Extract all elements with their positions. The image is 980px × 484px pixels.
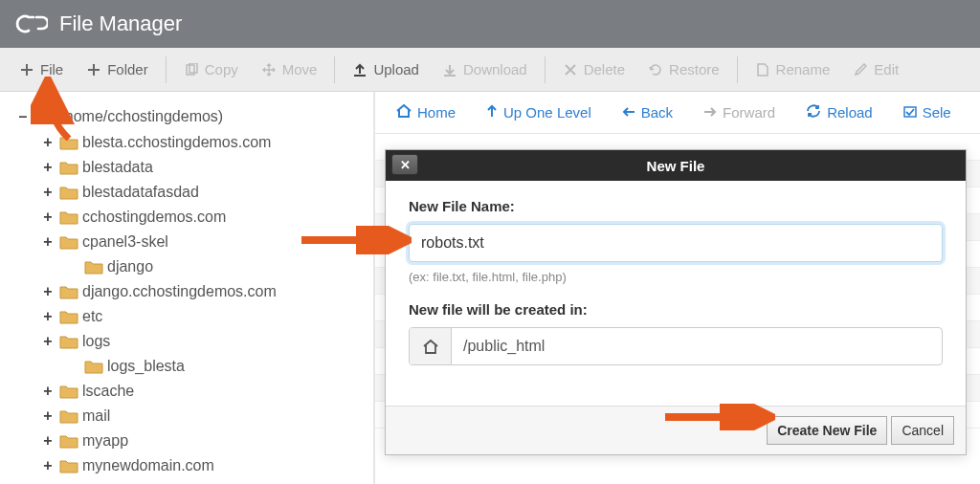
file-icon (755, 62, 770, 77)
folder-icon (59, 234, 78, 250)
expand-icon[interactable]: + (40, 134, 56, 151)
tree-item-label: django (107, 258, 153, 275)
path-group: /public_html (409, 327, 943, 365)
tree-item-label: logs (82, 333, 110, 350)
expand-icon[interactable]: + (40, 432, 56, 450)
check-icon (903, 104, 917, 121)
expand-icon[interactable]: + (40, 184, 56, 201)
folder-icon (84, 359, 103, 374)
app-header: File Manager (0, 0, 980, 48)
tree-item[interactable]: +logs (15, 329, 366, 354)
separator (334, 56, 335, 83)
tree-item-label: logs_blesta (107, 358, 185, 375)
nav-select-label: Sele (923, 104, 951, 121)
edit-label: Edit (874, 61, 899, 77)
home-icon (34, 107, 52, 126)
delete-icon (563, 62, 578, 77)
expand-icon[interactable]: + (40, 308, 56, 325)
tree-item-label: django.cchostingdemos.com (82, 283, 277, 300)
folder-icon (59, 458, 78, 473)
plus-icon (86, 62, 101, 77)
download-label: Download (463, 61, 527, 77)
nav-back-button[interactable]: Back (609, 99, 686, 126)
expand-icon[interactable]: + (40, 383, 56, 400)
copy-label: Copy (205, 61, 238, 77)
download-button[interactable]: Download (431, 55, 539, 83)
nav-forward-button[interactable]: Forward (690, 99, 789, 126)
restore-label: Restore (669, 61, 720, 77)
nav-reload-button[interactable]: Reload (792, 99, 886, 126)
dialog-body: New File Name: (ex: file.txt, file.html,… (386, 181, 966, 369)
expand-icon[interactable]: + (40, 233, 56, 251)
new-folder-button[interactable]: Folder (75, 55, 160, 83)
cancel-button[interactable]: Cancel (891, 416, 954, 445)
restore-button[interactable]: Restore (636, 55, 731, 83)
expand-icon[interactable]: + (40, 159, 56, 176)
nav-back-label: Back (641, 104, 673, 121)
delete-button[interactable]: Delete (551, 55, 636, 83)
folder-icon (59, 284, 78, 299)
tree-item[interactable]: +blestadatafasdad (15, 180, 366, 205)
tree-item[interactable]: +logs_blesta (15, 354, 366, 379)
new-file-button[interactable]: File (8, 55, 75, 83)
tree-item[interactable]: +cchostingdemos.com (15, 205, 366, 230)
tree-item[interactable]: +mynewdomain.com (15, 453, 366, 478)
dialog-title: New File (647, 158, 705, 174)
edit-button[interactable]: Edit (841, 55, 910, 83)
expand-icon[interactable]: + (40, 333, 56, 350)
close-icon: ✕ (400, 158, 411, 172)
folder-icon (59, 408, 78, 424)
folder-icon (59, 309, 78, 324)
folder-icon (59, 334, 78, 349)
collapse-icon[interactable]: – (15, 108, 31, 125)
restore-icon (648, 62, 663, 77)
tree-item-label: blestadata (82, 159, 153, 176)
expand-icon[interactable]: + (40, 283, 56, 300)
create-file-button[interactable]: Create New File (767, 416, 887, 445)
separator (545, 56, 546, 83)
tree-item[interactable]: +blestadata (15, 155, 366, 180)
upload-label: Upload (373, 61, 419, 77)
tree-item-label: mail (82, 407, 110, 425)
expand-icon[interactable]: + (40, 457, 56, 474)
tree-item-label: blestadatafasdad (82, 184, 199, 201)
nav-forward-label: Forward (723, 104, 775, 121)
filename-input[interactable] (409, 224, 943, 262)
new-folder-label: Folder (107, 61, 148, 77)
close-button[interactable]: ✕ (391, 154, 418, 175)
nav-select-button[interactable]: Sele (890, 99, 965, 126)
tree-item[interactable]: +django.cchostingdemos.com (15, 279, 366, 304)
dialog-footer: Create New File Cancel (386, 406, 966, 454)
tree-item[interactable]: +cpanel3-skel (15, 230, 366, 254)
rename-label: Rename (776, 61, 831, 77)
folder-icon (59, 160, 78, 175)
tree-root[interactable]: – (/home/cchostingdemos) (15, 103, 366, 130)
tree-item[interactable]: +etc (15, 304, 366, 329)
copy-button[interactable]: Copy (172, 55, 250, 83)
tree-item[interactable]: +lscache (15, 379, 366, 404)
path-input[interactable]: /public_html (452, 328, 942, 364)
tree-item-label: blesta.cchostingdemos.com (82, 134, 271, 151)
folder-tree: – (/home/cchostingdemos) +blesta.cchosti… (0, 92, 375, 484)
expand-icon[interactable]: + (40, 407, 56, 425)
page-title: File Manager (59, 11, 182, 36)
tree-item[interactable]: +blesta.cchostingdemos.com (15, 130, 366, 155)
arrow-left-icon (622, 104, 635, 121)
rename-button[interactable]: Rename (744, 55, 842, 83)
filename-hint: (ex: file.txt, file.html, file.php) (409, 270, 943, 284)
upload-button[interactable]: Upload (341, 55, 431, 83)
new-file-label: File (40, 61, 63, 77)
move-button[interactable]: Move (250, 55, 329, 83)
tree-item-label: lscache (82, 383, 134, 400)
folder-icon (59, 384, 78, 399)
nav-up-button[interactable]: Up One Level (473, 99, 605, 126)
expand-icon[interactable]: + (40, 209, 56, 226)
dialog-titlebar: ✕ New File (386, 150, 966, 181)
tree-item[interactable]: +myapp (15, 429, 366, 453)
tree-item[interactable]: +django (15, 254, 366, 279)
nav-up-label: Up One Level (503, 104, 591, 121)
separator (737, 56, 738, 83)
nav-home-button[interactable]: Home (383, 99, 469, 126)
tree-item[interactable]: +mail (15, 404, 366, 429)
move-label: Move (282, 61, 318, 77)
